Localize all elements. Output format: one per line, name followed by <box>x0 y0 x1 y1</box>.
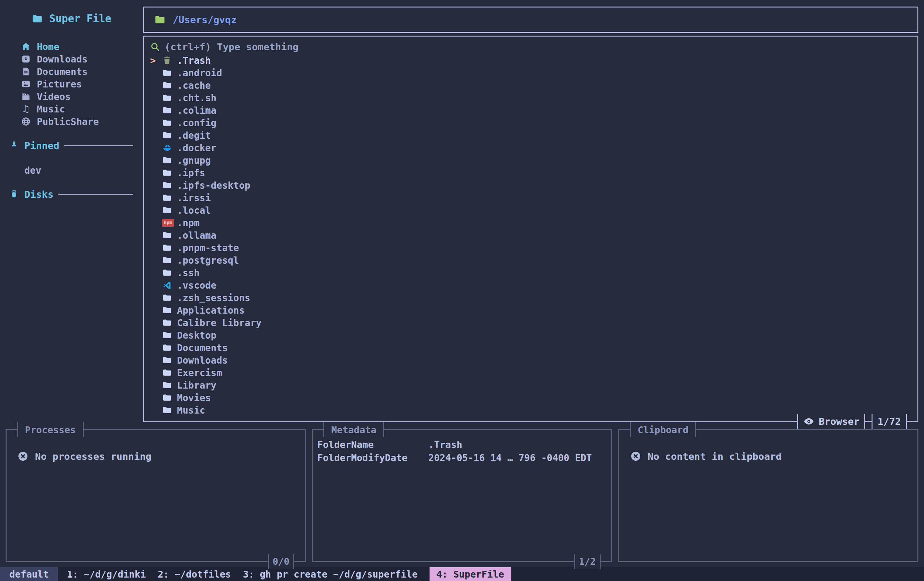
download-box-icon <box>21 54 31 64</box>
file-browser: (ctrl+f) Type something <box>143 36 918 422</box>
bottom-panels: Processes No processes running 0/0 Metad… <box>6 429 918 562</box>
file-name: Exercism <box>177 367 222 378</box>
file-row[interactable]: .ssh <box>150 266 911 279</box>
file-name: .vscode <box>177 280 216 291</box>
workspace: Super File Home <box>0 0 924 422</box>
folder-icon <box>162 193 172 203</box>
sidebar-item[interactable]: Downloads <box>0 53 143 65</box>
sidebar-item[interactable]: Home <box>0 40 143 53</box>
folder-icon <box>154 14 166 26</box>
folder-icon <box>162 293 172 303</box>
processes-panel: Processes No processes running 0/0 <box>6 429 305 562</box>
processes-counter: 0/0 <box>268 554 294 569</box>
file-row[interactable]: Documents <box>150 341 911 354</box>
file-row[interactable]: .vscode <box>150 279 911 291</box>
superfile-app: Super File Home <box>0 0 924 581</box>
sidebar-item[interactable]: PublicShare <box>0 115 143 128</box>
file-row[interactable]: .docker <box>150 141 911 154</box>
tmux-window-3[interactable]: 3: gh pr create ~/d/g/superfile <box>243 569 417 580</box>
file-name: Library <box>177 380 216 391</box>
file-row[interactable]: .config <box>150 116 911 129</box>
folder-icon <box>162 243 172 253</box>
file-name: .android <box>177 68 222 78</box>
file-row[interactable]: Calibre Library <box>150 316 911 329</box>
folder-icon <box>162 380 172 390</box>
file-row[interactable]: .cache <box>150 79 911 91</box>
file-row[interactable]: .ollama <box>150 229 911 242</box>
section-divider-line <box>64 145 133 146</box>
document-icon <box>21 66 31 76</box>
vscode-icon <box>162 280 172 290</box>
file-row[interactable]: Library <box>150 379 911 391</box>
file-row[interactable]: .ipfs-desktop <box>150 179 911 192</box>
file-name: .cht.sh <box>177 93 216 103</box>
file-name: .npm <box>177 217 200 228</box>
file-row[interactable]: .postgresql <box>150 254 911 266</box>
folder-icon <box>162 268 172 278</box>
file-row[interactable]: Desktop <box>150 329 911 341</box>
clipboard-panel-title: Clipboard <box>630 422 696 437</box>
tmux-window-2[interactable]: 2: ~/dotfiles <box>158 569 231 580</box>
file-name: .postgresql <box>177 255 239 266</box>
tmux-session-name[interactable]: default <box>0 567 58 581</box>
file-row[interactable]: .irssi <box>150 192 911 204</box>
processes-empty-message: No processes running <box>17 450 305 462</box>
file-row[interactable]: .colima <box>150 104 911 116</box>
metadata-value: 2024-05-16 14 … 796 -0400 EDT <box>428 452 592 463</box>
file-row[interactable]: .degit <box>150 129 911 141</box>
file-name: .ollama <box>177 230 216 241</box>
file-name: Applications <box>177 305 245 316</box>
tmux-window-4-active[interactable]: 4: SuperFile <box>429 567 511 581</box>
sidebar: Super File Home <box>0 0 143 422</box>
file-name: .local <box>177 205 211 216</box>
folder-icon <box>162 318 172 328</box>
file-row[interactable]: Movies <box>150 391 911 404</box>
metadata-row: FolderModifyDate 2024-05-16 14 … 796 -04… <box>317 451 611 464</box>
file-name: Desktop <box>177 330 216 341</box>
file-row[interactable]: .Trash <box>150 54 911 66</box>
eye-icon <box>803 416 814 427</box>
folder-icon <box>162 168 172 178</box>
file-name: .pnpm-state <box>177 242 239 253</box>
folder-icon <box>162 355 172 365</box>
file-row[interactable]: .gnupg <box>150 154 911 167</box>
search-input[interactable]: (ctrl+f) Type something <box>150 40 911 53</box>
file-row[interactable]: .cht.sh <box>150 91 911 104</box>
folder-icon <box>162 405 172 415</box>
file-row[interactable]: .pnpm-state <box>150 242 911 254</box>
file-position-indicator: 1/72 <box>871 414 907 429</box>
folder-icon <box>162 105 172 115</box>
file-row[interactable]: .zsh_sessions <box>150 291 911 304</box>
file-row[interactable]: .local <box>150 204 911 217</box>
metadata-counter: 1/2 <box>574 554 600 569</box>
sidebar-item-label: Home <box>37 41 59 52</box>
file-row[interactable]: Downloads <box>150 354 911 366</box>
sidebar-item[interactable]: Documents <box>0 65 143 78</box>
folder-icon <box>162 118 172 128</box>
file-row[interactable]: .ipfs <box>150 167 911 179</box>
video-clapper-icon <box>21 91 31 101</box>
folder-icon <box>162 180 172 190</box>
file-panel: /Users/gvqz (ctrl+f) Type something <box>143 7 918 422</box>
app-folder-icon <box>31 13 43 25</box>
file-name: .irssi <box>177 192 211 204</box>
file-row[interactable]: .npm <box>150 217 911 229</box>
selection-cursor-icon <box>150 55 162 66</box>
file-row[interactable]: Exercism <box>150 366 911 379</box>
sidebar-item[interactable]: Videos <box>0 90 143 103</box>
npm-icon <box>162 219 174 227</box>
tmux-window-1[interactable]: 1: ~/d/g/dinki <box>67 569 146 580</box>
sidebar-item[interactable]: Music <box>0 103 143 115</box>
metadata-panel: Metadata FolderName .Trash FolderModifyD… <box>312 429 612 562</box>
folder-icon <box>162 130 172 140</box>
file-row[interactable]: Applications <box>150 304 911 316</box>
search-placeholder: (ctrl+f) Type something <box>165 41 299 53</box>
path-bar[interactable]: /Users/gvqz <box>143 7 918 33</box>
folder-icon <box>162 343 172 353</box>
disks-section-label: Disks <box>24 189 53 200</box>
folder-icon <box>162 392 172 403</box>
sidebar-item-dev[interactable]: dev <box>0 164 143 177</box>
sidebar-item-label: PublicShare <box>37 116 99 127</box>
sidebar-item[interactable]: Pictures <box>0 78 143 90</box>
file-row[interactable]: .android <box>150 66 911 79</box>
